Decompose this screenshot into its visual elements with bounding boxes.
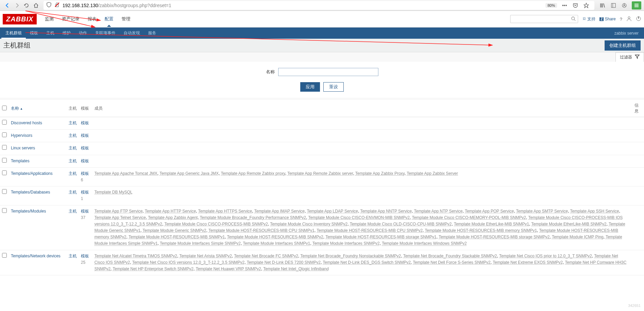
group-name-link[interactable]: Hypervisors bbox=[11, 133, 32, 138]
member-link[interactable]: Template Module HOST-RESOURCES-MIB SNMPv… bbox=[227, 235, 323, 239]
member-link[interactable]: Template App SSH Service bbox=[570, 209, 619, 214]
hosts-link[interactable]: 主机 bbox=[69, 171, 77, 176]
select-all-checkbox[interactable] bbox=[2, 106, 7, 110]
member-link[interactable]: Template Net Intel_Qlogic Infiniband bbox=[263, 267, 329, 271]
forward-button[interactable] bbox=[12, 1, 22, 10]
member-link[interactable]: Template Module HOST-RESOURCES-MIB stora… bbox=[439, 235, 550, 239]
member-link[interactable]: Template App Zabbix Server bbox=[407, 171, 458, 176]
member-link[interactable]: Template App IMAP Service bbox=[254, 209, 305, 214]
sub-nav-item[interactable]: 服务 bbox=[144, 28, 160, 39]
row-checkbox[interactable] bbox=[2, 253, 7, 258]
member-link[interactable]: Template Net Brocade FC SNMPv2 bbox=[234, 254, 298, 258]
create-hostgroup-button[interactable]: 创建主机群组 bbox=[605, 40, 641, 51]
sub-nav-item[interactable]: 自动发现 bbox=[120, 28, 144, 39]
group-name-link[interactable]: Templates/Applications bbox=[11, 171, 53, 176]
member-link[interactable]: Template Net HP Enterprise Switch SNMPv2 bbox=[113, 267, 194, 271]
filter-name-input[interactable] bbox=[278, 68, 378, 76]
row-checkbox[interactable] bbox=[2, 132, 7, 137]
member-link[interactable]: Template Net Huawei VRP SNMPv2 bbox=[196, 267, 261, 271]
member-link[interactable]: Template Net Cisco IOS versions 12.0_3_T… bbox=[132, 260, 245, 265]
reset-button[interactable]: 重设 bbox=[323, 82, 344, 92]
templates-link[interactable]: 模板 bbox=[81, 209, 89, 214]
user-icon[interactable] bbox=[626, 16, 632, 22]
row-checkbox[interactable] bbox=[2, 120, 7, 125]
hosts-link[interactable]: 主机 bbox=[69, 133, 77, 138]
member-link[interactable]: Template App Remote Zabbix proxy bbox=[221, 171, 285, 176]
member-link[interactable]: Template Module EtherLike-MIB SNMPv2 bbox=[531, 222, 606, 226]
sub-nav-item[interactable]: 维护 bbox=[58, 28, 75, 39]
member-link[interactable]: Template App Telnet Service bbox=[94, 215, 146, 220]
member-link[interactable]: Template Net Brocade_Foundry Stackable S… bbox=[403, 254, 497, 258]
library-icon[interactable] bbox=[598, 1, 607, 10]
member-link[interactable]: Template Net Arista SNMPv2 bbox=[179, 254, 232, 258]
row-checkbox[interactable] bbox=[2, 158, 7, 163]
apply-button[interactable]: 应用 bbox=[300, 82, 320, 92]
filter-toggle[interactable]: 过滤器 bbox=[615, 52, 644, 62]
back-button[interactable] bbox=[3, 1, 12, 10]
member-link[interactable]: Template App SMTP Service bbox=[516, 209, 568, 214]
member-link[interactable]: Template App NTP Service bbox=[414, 209, 463, 214]
member-link[interactable]: Template Module Interfaces Simple SNMPv2 bbox=[160, 241, 241, 246]
sub-nav-item[interactable]: 动作 bbox=[75, 28, 91, 39]
member-link[interactable]: Template App POP Service bbox=[465, 209, 514, 214]
member-link[interactable]: Template App Apache Tomcat JMX bbox=[94, 171, 157, 176]
templates-link[interactable]: 模板 bbox=[81, 171, 89, 176]
help-icon[interactable]: ? bbox=[620, 17, 622, 22]
col-name[interactable]: 名称 bbox=[11, 106, 23, 111]
hosts-link[interactable]: 主机 bbox=[69, 121, 77, 125]
member-link[interactable]: Template Module Cisco OLD-CISCO-CPU-MIB … bbox=[350, 222, 452, 226]
zoom-level[interactable]: 80% bbox=[545, 3, 557, 8]
group-name-link[interactable]: Linux servers bbox=[11, 146, 35, 150]
member-link[interactable]: Template App Zabbix Proxy bbox=[355, 171, 405, 176]
templates-link[interactable]: 模板 bbox=[81, 159, 89, 163]
member-link[interactable]: Template Module Cisco Inventory SNMPv2 bbox=[270, 222, 347, 226]
home-button[interactable] bbox=[31, 1, 41, 10]
templates-link[interactable]: 模板 bbox=[81, 254, 89, 258]
member-link[interactable]: Template App HTTP Service bbox=[145, 209, 196, 214]
sub-nav-item[interactable]: 模板 bbox=[26, 28, 42, 39]
member-link[interactable]: Template Net D-Link DES_DGS Switch SNMPv… bbox=[323, 260, 411, 265]
member-link[interactable]: Template Module HOST-RESOURCES-MIB memor… bbox=[425, 228, 537, 233]
member-link[interactable]: Template App Remote Zabbix server bbox=[287, 171, 353, 176]
member-link[interactable]: Template Module Cisco CISCO-PROCESS-MIB … bbox=[164, 222, 268, 226]
templates-link[interactable]: 模板 bbox=[81, 146, 89, 150]
templates-link[interactable]: 模板 bbox=[81, 190, 89, 195]
member-link[interactable]: Template App HTTPS Service bbox=[198, 209, 252, 214]
account-icon[interactable] bbox=[620, 1, 629, 10]
member-link[interactable]: Template Module Brocade_Foundry Performa… bbox=[200, 215, 306, 220]
star-icon[interactable] bbox=[582, 1, 591, 10]
row-checkbox[interactable] bbox=[2, 208, 7, 213]
member-link[interactable]: Template Net Extreme EXOS SNMPv2 bbox=[493, 260, 563, 265]
templates-link[interactable]: 模板 bbox=[81, 121, 89, 125]
top-menu-item[interactable]: 管理 bbox=[118, 11, 135, 27]
row-checkbox[interactable] bbox=[2, 189, 7, 194]
group-name-link[interactable]: Discovered hosts bbox=[11, 121, 42, 125]
member-link[interactable]: Template Module EtherLike-MIB SNMPv1 bbox=[454, 222, 529, 226]
member-link[interactable]: Template Module Interfaces SNMPv1 bbox=[243, 241, 310, 246]
member-link[interactable]: Template App Zabbix Agent bbox=[148, 215, 198, 220]
member-link[interactable]: Template Module HOST-RESOURCES-MIB stora… bbox=[325, 235, 436, 239]
member-link[interactable]: Template Net Dell Force S-Series SNMPv2 bbox=[413, 260, 491, 265]
group-name-link[interactable]: Templates bbox=[11, 159, 30, 163]
group-name-link[interactable]: Templates/Modules bbox=[11, 209, 46, 214]
member-link[interactable]: Template Net Brocade_Foundry Nonstackabl… bbox=[300, 254, 401, 258]
member-link[interactable]: Template DB MySQL bbox=[94, 190, 132, 195]
member-link[interactable]: Template App NNTP Service bbox=[360, 209, 412, 214]
top-menu-item[interactable]: 配置 bbox=[101, 11, 118, 27]
search-input[interactable] bbox=[513, 17, 571, 21]
member-link[interactable]: Template Module Interfaces Windows SNMPv… bbox=[382, 241, 467, 246]
menu-button[interactable] bbox=[632, 1, 641, 10]
member-link[interactable]: Template Module HOST-RESOURCES-MIB SNMPv… bbox=[128, 235, 225, 239]
hosts-link[interactable]: 主机 bbox=[69, 190, 77, 195]
sub-nav-item[interactable]: 关联项事件 bbox=[91, 28, 120, 39]
top-menu-item[interactable]: 资产记录 bbox=[58, 11, 84, 27]
member-link[interactable]: Template Module Cisco CISCO-ENVMON-MIB S… bbox=[308, 215, 410, 220]
hosts-link[interactable]: 主机 bbox=[69, 159, 77, 163]
member-link[interactable]: Template App Generic Java JMX bbox=[160, 171, 219, 176]
member-link[interactable]: Template App FTP Service bbox=[94, 209, 143, 214]
sub-nav-item[interactable]: 主机群组 bbox=[1, 28, 26, 39]
share-link[interactable]: Z Share bbox=[600, 17, 615, 21]
support-link[interactable]: 支持 bbox=[582, 16, 595, 22]
top-menu-item[interactable]: 报表 bbox=[84, 11, 101, 27]
member-link[interactable]: Template Module ICMP Ping bbox=[552, 235, 604, 239]
